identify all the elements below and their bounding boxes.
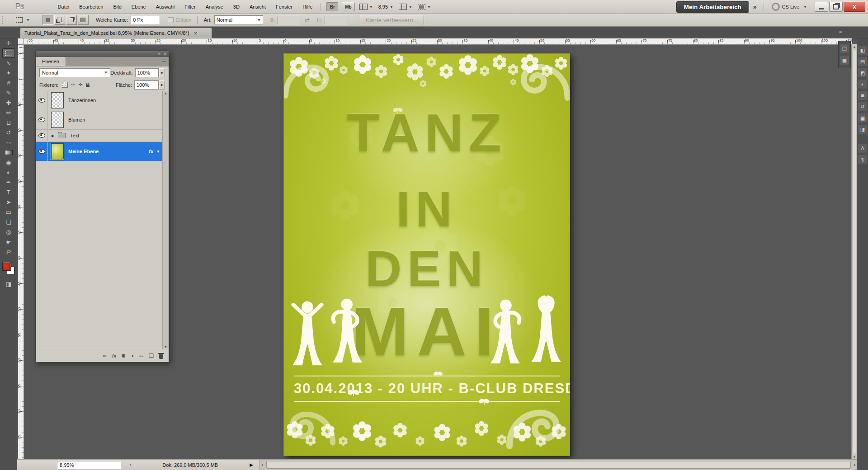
brush-tool[interactable]: ✏ — [2, 108, 15, 118]
blend-mode-dropdown[interactable]: Normal ▼ — [39, 68, 110, 77]
ruler-origin-box[interactable] — [17, 38, 24, 45]
feather-input[interactable]: 0 Px — [131, 16, 160, 24]
foreground-color-swatch[interactable] — [3, 263, 10, 270]
layer-mask-icon[interactable]: ◙ — [122, 352, 125, 359]
hand-tool[interactable]: ☛ — [2, 237, 15, 247]
expand-group-icon[interactable]: ▶ — [52, 134, 54, 138]
layer-style-icon[interactable]: fx — [112, 353, 117, 358]
adjustments-panel-icon[interactable]: ◐ — [858, 80, 867, 89]
dodge-tool[interactable]: ◐ — [2, 168, 15, 177]
menu-item-bild[interactable]: Bild — [108, 3, 126, 11]
options-bar-grip[interactable] — [2, 16, 6, 24]
menu-item-auswahl[interactable]: Auswahl — [151, 3, 179, 11]
quick-selection-tool[interactable]: ✦ — [2, 68, 15, 78]
menu-item-analyse[interactable]: Analyse — [201, 3, 228, 11]
path-selection-tool[interactable]: ➤ — [2, 197, 15, 207]
launch-mini-bridge-button[interactable]: Mb — [342, 2, 354, 11]
refine-edge-button[interactable]: Kante verbessern... — [360, 15, 424, 25]
visibility-toggle[interactable] — [36, 110, 48, 129]
launch-bridge-button[interactable]: Br — [326, 2, 338, 11]
workspace-overflow-chevrons[interactable]: » — [753, 3, 756, 10]
layer-row[interactable]: Meine Ebenefx▼ — [36, 142, 163, 161]
rectangular-marquee-tool[interactable] — [2, 48, 15, 58]
subtract-from-selection-button[interactable] — [66, 15, 77, 25]
layer-effects-badge[interactable]: fx▼ — [149, 149, 160, 154]
scroll-right-icon[interactable]: ▸ — [854, 463, 856, 467]
link-layers-icon[interactable]: ∞ — [103, 352, 107, 359]
height-input[interactable] — [325, 16, 347, 24]
opacity-input[interactable]: 100% — [135, 68, 159, 77]
antialias-checkbox[interactable] — [168, 17, 174, 23]
crop-tool[interactable]: # — [2, 78, 15, 88]
visibility-toggle[interactable] — [36, 130, 48, 141]
history-brush-tool[interactable]: ↺ — [2, 128, 15, 137]
intersect-selection-button[interactable] — [78, 15, 89, 25]
layer-row[interactable]: Tänzerinnen — [36, 91, 163, 110]
fill-slider-icon[interactable]: ▶ — [159, 80, 165, 89]
menu-item-hilfe[interactable]: Hilfe — [298, 3, 317, 11]
panel-menu-icon[interactable]: ☰ — [161, 59, 166, 65]
lock-transparency-icon[interactable] — [62, 82, 68, 88]
styles-panel-icon[interactable]: ◩ — [858, 68, 867, 77]
lasso-tool[interactable]: ∿ — [2, 58, 15, 68]
add-to-selection-button[interactable] — [54, 15, 65, 25]
zoom-level-dropdown[interactable]: 8,95 ▼ — [378, 4, 393, 9]
swatches-panel-icon[interactable]: ▤ — [858, 57, 867, 66]
restore-button[interactable] — [829, 2, 843, 12]
tab-overflow-icon[interactable]: « — [839, 29, 842, 34]
collapse-panel-icon[interactable]: « — [158, 52, 160, 56]
visibility-toggle[interactable] — [36, 91, 48, 110]
3d-orbit-tool[interactable]: ◎ — [2, 227, 15, 237]
status-options-icon[interactable]: ▶ — [250, 462, 253, 467]
blur-tool[interactable]: ◉ — [2, 158, 15, 167]
lock-pixels-icon[interactable]: ✏ — [71, 82, 75, 88]
lock-all-icon[interactable] — [86, 85, 90, 87]
status-zoom-input[interactable]: 8,95% — [57, 461, 121, 469]
cs-live-dropdown[interactable]: CS Live ▼ — [772, 3, 807, 11]
layer-group-icon[interactable]: ▱ — [139, 352, 143, 359]
poster-document[interactable]: TANZINDENMAI — [283, 53, 570, 456]
layer-thumbnail[interactable] — [51, 112, 64, 128]
style-dropdown[interactable]: Normal ▼ — [214, 15, 263, 24]
info-panel-icon[interactable]: ▣ — [858, 113, 867, 122]
fill-input[interactable]: 100% — [134, 80, 159, 89]
lock-position-icon[interactable]: ✛ — [78, 82, 82, 88]
zoom-tool[interactable]: ⚲ — [2, 247, 15, 257]
scroll-down-icon[interactable]: ▼ — [853, 456, 856, 459]
clone-stamp-tool[interactable]: ⊔ — [2, 118, 15, 127]
character-panel-icon[interactable]: A — [858, 144, 867, 153]
layers-scrollbar[interactable]: ▲ ▼ — [162, 91, 169, 349]
scrollbar-thumb[interactable] — [853, 50, 856, 454]
menu-item-3d[interactable]: 3D — [229, 3, 244, 11]
vertical-ruler[interactable]: 051015202530354045505560657075 — [17, 44, 24, 460]
history-panel-icon[interactable]: ↺ — [858, 102, 867, 111]
horizontal-scrollbar[interactable]: ◂ ▸ — [259, 460, 857, 470]
eyedropper-tool[interactable]: ✎ — [2, 88, 15, 98]
gradient-tool[interactable] — [2, 148, 15, 157]
masks-panel-icon[interactable]: ◙ — [858, 91, 867, 100]
collapsed-panel-icon-2[interactable]: ▦ — [840, 56, 849, 65]
move-tool[interactable]: ✛ — [2, 38, 15, 48]
menu-item-ansicht[interactable]: Ansicht — [245, 3, 270, 11]
new-layer-icon[interactable]: ❏ — [149, 352, 154, 359]
paragraph-panel-icon[interactable]: ¶ — [858, 155, 867, 164]
width-input[interactable] — [278, 16, 300, 24]
close-panel-icon[interactable]: × — [164, 52, 166, 56]
document-tab[interactable]: Tutorial_Plakat_Tanz_in_den_Mai.psd bei … — [20, 28, 212, 38]
new-selection-button[interactable] — [42, 15, 53, 25]
layer-row[interactable]: ▶Text — [36, 130, 163, 142]
tool-preset-picker[interactable]: ▼ — [16, 17, 30, 23]
shape-tool[interactable]: ▭ — [2, 207, 15, 217]
layer-row[interactable]: Blumen — [36, 110, 163, 130]
arrange-documents-dropdown[interactable]: ▼ — [399, 4, 412, 10]
tab-ebenen[interactable]: Ebenen — [36, 57, 66, 66]
menu-item-filter[interactable]: Filter — [180, 3, 200, 11]
color-panel-icon[interactable]: ◧ — [858, 46, 867, 55]
menu-item-ebene[interactable]: Ebene — [127, 3, 151, 11]
scroll-up-icon[interactable]: ▲ — [853, 45, 856, 48]
workspace-button[interactable]: Mein Arbeitsbereich — [676, 1, 749, 13]
quick-mask-button[interactable]: ◨ — [2, 279, 15, 289]
scrollbar-thumb[interactable] — [266, 461, 851, 469]
swap-dimensions-icon[interactable]: ⇄ — [305, 17, 310, 24]
menu-item-bearbeiten[interactable]: Bearbeiten — [75, 3, 108, 11]
